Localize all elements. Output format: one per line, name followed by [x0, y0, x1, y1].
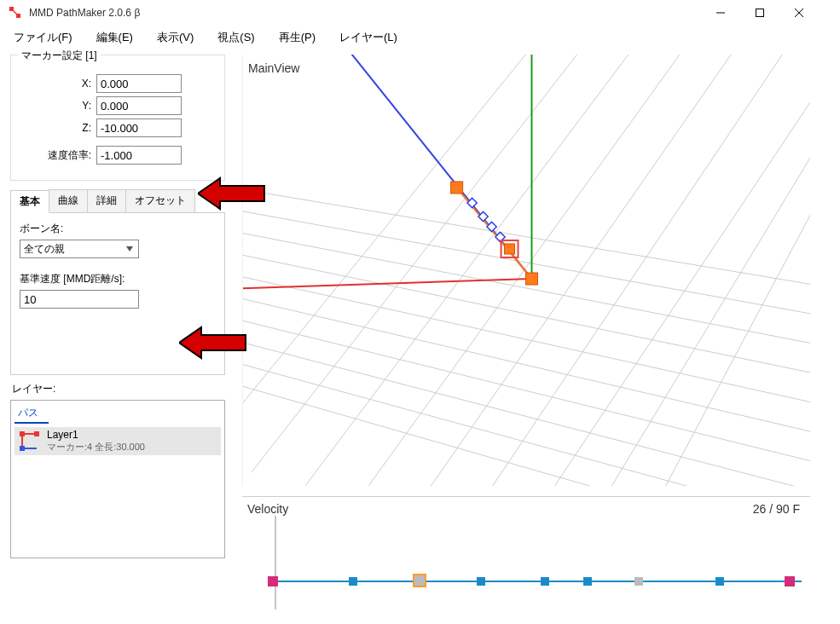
- settings-tabs: 基本 曲線 詳細 オフセット: [10, 189, 225, 213]
- svg-rect-43: [526, 273, 538, 285]
- main-view[interactable]: MainView: [242, 55, 810, 486]
- velocity-label: Velocity: [247, 502, 288, 516]
- svg-line-17: [243, 268, 810, 408]
- menu-viewpoint[interactable]: 視点(S): [216, 28, 256, 47]
- menu-bar: ファイル(F) 編集(E) 表示(V) 視点(S) 再生(P) レイヤー(L): [0, 26, 819, 49]
- menu-view[interactable]: 表示(V): [155, 28, 195, 47]
- svg-line-35: [456, 187, 532, 279]
- viewport-canvas[interactable]: [243, 55, 810, 486]
- tab-offset[interactable]: オフセット: [125, 189, 195, 212]
- annotation-arrow: [179, 324, 247, 361]
- left-panel: マーカー設定 [1] X: Y: Z: 速度倍率: 基本 曲線 詳細 オフセット…: [10, 55, 225, 558]
- velocity-keyframe-ghost[interactable]: [634, 577, 643, 586]
- svg-line-32: [243, 279, 531, 289]
- z-input[interactable]: [96, 118, 182, 137]
- basespeed-label: 基準速度 [MMD距離/s]:: [20, 272, 216, 286]
- maximize-button[interactable]: [740, 0, 779, 26]
- velocity-cursor-line: [275, 516, 276, 610]
- svg-rect-40: [451, 182, 463, 194]
- tab-detail[interactable]: 詳細: [87, 189, 126, 212]
- tab-curve[interactable]: 曲線: [49, 189, 88, 212]
- svg-marker-45: [179, 327, 246, 358]
- svg-line-18: [243, 289, 810, 438]
- menu-play[interactable]: 再生(P): [277, 28, 317, 47]
- bone-select[interactable]: 全ての親: [20, 240, 139, 258]
- close-button[interactable]: [779, 0, 819, 26]
- y-label: Y:: [20, 100, 96, 112]
- svg-line-2: [11, 9, 19, 16]
- svg-line-21: [243, 353, 810, 486]
- bone-select-value: 全ての親: [24, 242, 65, 257]
- z-label: Z:: [20, 122, 96, 134]
- menu-edit[interactable]: 編集(E): [95, 28, 135, 47]
- svg-line-28: [456, 55, 788, 486]
- marker-settings-group: マーカー設定 [1] X: Y: Z: 速度倍率:: [10, 55, 225, 181]
- svg-rect-4: [756, 9, 764, 17]
- svg-line-14: [243, 204, 810, 319]
- app-icon: [9, 6, 22, 20]
- svg-rect-11: [34, 431, 39, 436]
- svg-rect-10: [20, 431, 25, 436]
- speedmul-input[interactable]: [96, 146, 182, 165]
- x-label: X:: [20, 78, 96, 90]
- svg-marker-44: [198, 178, 264, 209]
- tab-basic[interactable]: 基本: [10, 190, 49, 213]
- window-title: MMD PathMaker 2.0.6 β: [29, 7, 140, 19]
- menu-layer[interactable]: レイヤー(L): [338, 28, 399, 47]
- svg-line-15: [243, 225, 810, 349]
- layer-item[interactable]: Layer1 マーカー:4 全長:30.000: [14, 427, 221, 455]
- velocity-end-marker[interactable]: [785, 576, 795, 586]
- annotation-arrow: [198, 175, 266, 212]
- basespeed-input[interactable]: [20, 290, 139, 309]
- layer-sub: マーカー:4 全長:30.000: [47, 441, 145, 454]
- velocity-panel: Velocity 26 / 90 F: [242, 496, 810, 622]
- layers-header[interactable]: パス: [14, 404, 49, 424]
- svg-line-29: [507, 59, 810, 486]
- svg-line-19: [243, 310, 810, 468]
- velocity-frame-status: 26 / 90 F: [753, 502, 800, 516]
- velocity-keyframe-selected[interactable]: [413, 574, 426, 587]
- minimize-button[interactable]: [701, 0, 740, 26]
- marker-group-title: マーカー設定 [1]: [18, 49, 101, 63]
- svg-line-25: [303, 55, 634, 486]
- velocity-keyframe[interactable]: [715, 577, 724, 586]
- x-input[interactable]: [96, 74, 182, 93]
- y-input[interactable]: [96, 96, 182, 115]
- svg-rect-12: [20, 446, 25, 451]
- layers-label: レイヤー:: [12, 382, 225, 396]
- svg-line-23: [243, 55, 532, 455]
- velocity-keyframe[interactable]: [349, 577, 357, 586]
- velocity-keyframe[interactable]: [541, 577, 549, 586]
- svg-rect-42: [505, 244, 515, 254]
- title-bar: MMD PathMaker 2.0.6 β: [0, 0, 819, 26]
- bone-label: ボーン名:: [20, 222, 216, 236]
- velocity-start-marker[interactable]: [268, 576, 278, 586]
- velocity-keyframe[interactable]: [583, 577, 592, 586]
- speedmul-label: 速度倍率:: [20, 148, 96, 163]
- layer-name: Layer1: [47, 429, 145, 441]
- velocity-keyframe[interactable]: [477, 577, 485, 586]
- menu-file[interactable]: ファイル(F): [12, 28, 74, 47]
- layer-icon: [18, 430, 42, 454]
- layers-box: パス Layer1 マーカー:4 全長:30.000: [10, 400, 225, 558]
